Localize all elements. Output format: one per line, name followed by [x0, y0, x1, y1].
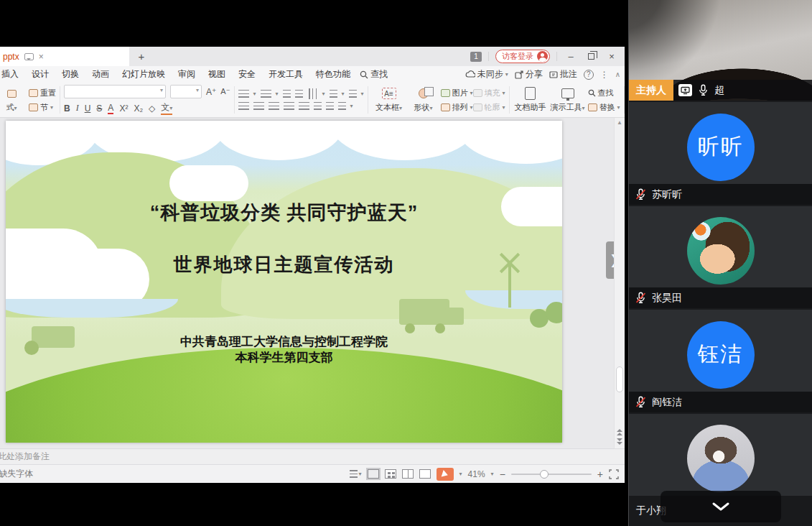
replace-button[interactable]: 替换▾ — [588, 102, 620, 113]
scrollbar-thumb[interactable] — [616, 366, 623, 392]
menu-devtools[interactable]: 开发工具 — [262, 68, 309, 80]
zoom-slider-knob[interactable] — [540, 470, 549, 479]
slide-canvas[interactable]: “科普垃圾分类 共同守护蓝天” 世界地球日主题宣传活动 中共青岛理工大学信息与控… — [0, 118, 625, 448]
superscript-button[interactable]: X² — [119, 103, 128, 114]
new-tab-button[interactable]: + — [129, 50, 154, 63]
previous-slide-icon[interactable] — [617, 429, 622, 432]
next-slide-icon[interactable] — [617, 438, 622, 441]
text-tool-button[interactable]: 文▾ — [161, 101, 172, 115]
shape-button[interactable]: 形状▾ — [406, 87, 441, 113]
next-slide-icon[interactable] — [617, 442, 622, 445]
more-menu-icon[interactable]: ⋮ — [600, 70, 609, 80]
phonetic-icon[interactable] — [349, 90, 357, 98]
slideshow-view-button[interactable] — [419, 469, 431, 479]
italic-button[interactable]: I — [76, 103, 79, 114]
slide-title-line2[interactable]: 世界地球日主题宣传活动 — [6, 252, 562, 277]
menu-features[interactable]: 特色功能 — [309, 68, 357, 80]
reset-button[interactable]: 重置 — [29, 88, 56, 98]
menu-design[interactable]: 设计 — [25, 68, 55, 80]
menu-transition[interactable]: 切换 — [55, 68, 85, 80]
collapse-ribbon-icon[interactable]: ∧ — [615, 70, 620, 78]
slide-nav-buttons[interactable] — [615, 428, 625, 446]
doc-assistant-button[interactable]: 文档助手 — [513, 87, 548, 113]
comment-bubble-icon[interactable] — [24, 53, 34, 60]
menu-insert[interactable]: 插入 — [0, 68, 25, 80]
notes-bar[interactable]: 此处添加备注 — [0, 448, 625, 464]
slide-org-text[interactable]: 中共青岛理工大学信息与控制工程学院 本科学生第四支部 — [6, 334, 562, 366]
restore-button[interactable] — [588, 53, 594, 60]
picture-button[interactable]: 图片▾ — [441, 88, 473, 98]
section-button[interactable]: 节▾ — [29, 102, 56, 113]
zoom-slider[interactable] — [511, 474, 592, 475]
clear-format-button[interactable]: ◇ — [149, 103, 155, 114]
layout-button[interactable]: 式▾ — [0, 87, 29, 113]
document-tab[interactable]: pptx × — [0, 47, 129, 66]
tab-close-icon[interactable]: × — [39, 52, 44, 61]
text-direction-icon[interactable] — [309, 88, 317, 99]
zoom-in-button[interactable]: + — [597, 469, 603, 480]
slide[interactable]: “科普垃圾分类 共同守护蓝天” 世界地球日主题宣传活动 中共青岛理工大学信息与控… — [6, 121, 562, 443]
font-name-select[interactable] — [64, 85, 166, 98]
notes-toggle-button[interactable]: ▾ — [350, 470, 362, 478]
numbering-icon[interactable] — [261, 90, 271, 98]
guest-login-button[interactable]: 访客登录 — [495, 50, 550, 63]
font-color-button[interactable]: A — [108, 103, 113, 114]
justify-icon[interactable] — [284, 102, 294, 110]
slide-title-line1[interactable]: “科普垃圾分类 共同守护蓝天” — [6, 200, 562, 226]
shrink-font-button[interactable]: A⁻ — [220, 87, 230, 96]
fit-to-window-icon[interactable] — [609, 469, 619, 479]
play-slideshow-button[interactable] — [437, 468, 454, 481]
participant-tile[interactable]: 于小翔 — [629, 414, 812, 526]
vertical-scrollbar[interactable]: ▲ — [614, 118, 625, 448]
font-size-select[interactable] — [170, 85, 202, 98]
menu-security[interactable]: 安全 — [232, 68, 262, 80]
underline-button[interactable]: U — [85, 103, 91, 114]
scroll-up-icon[interactable]: ▲ — [615, 119, 625, 126]
participant-tile[interactable]: 昕昕 苏昕昕 — [629, 102, 812, 206]
align-center-icon[interactable] — [253, 102, 264, 110]
zoom-options-icon[interactable]: ▾ — [491, 471, 494, 477]
menu-animation[interactable]: 动画 — [85, 68, 116, 80]
previous-slide-icon[interactable] — [617, 433, 622, 435]
share-button[interactable]: 分享 — [515, 68, 543, 80]
distribute-icon[interactable] — [299, 102, 309, 110]
list-settings-icon[interactable] — [338, 102, 346, 110]
menu-review[interactable]: 审阅 — [172, 68, 202, 80]
normal-view-button[interactable] — [368, 469, 379, 479]
bullets-icon[interactable] — [238, 90, 249, 98]
reading-view-button[interactable] — [402, 469, 414, 479]
present-tools-button[interactable]: 演示工具▾ — [548, 87, 588, 113]
close-button[interactable]: × — [605, 51, 619, 62]
bold-button[interactable]: B — [64, 103, 70, 114]
slide-sorter-button[interactable] — [385, 469, 396, 479]
grow-font-button[interactable]: A⁺ — [206, 87, 216, 97]
participant-tile[interactable]: 张昊田 — [629, 206, 812, 310]
arrange-button[interactable]: 排列▾ — [441, 102, 473, 113]
decrease-indent-icon[interactable] — [283, 90, 291, 98]
participant-tile-host[interactable]: 主持人 超 — [629, 0, 812, 102]
sync-status-button[interactable]: 未同步 ▾ — [465, 68, 508, 80]
ribbon-search[interactable]: 查找 — [360, 68, 388, 80]
strike-button[interactable]: S — [96, 103, 102, 114]
missing-font-status[interactable]: 缺失字体 — [0, 468, 33, 480]
increase-indent-icon[interactable] — [295, 90, 303, 98]
menu-slideshow[interactable]: 幻灯片放映 — [116, 68, 172, 80]
find-button[interactable]: 查找 — [588, 88, 620, 98]
minimize-button[interactable]: – — [564, 51, 578, 62]
notification-badge[interactable]: 1 — [470, 52, 482, 62]
collapse-panel-button[interactable] — [661, 491, 781, 522]
participant-tile[interactable]: 钰洁 阎钰洁 — [629, 310, 812, 414]
placeholder-icon[interactable] — [330, 90, 337, 98]
align-right-icon[interactable] — [269, 102, 279, 110]
subscript-button[interactable]: X₂ — [134, 103, 143, 114]
play-options-icon[interactable]: ▾ — [459, 471, 462, 477]
zoom-level[interactable]: 41% — [468, 469, 485, 479]
zoom-out-button[interactable]: − — [500, 469, 505, 480]
textbox-button[interactable]: A≡ 文本框▾ — [372, 87, 406, 113]
line-spacing-icon[interactable] — [314, 102, 322, 110]
align-left-icon[interactable] — [238, 102, 249, 110]
help-icon[interactable]: ? — [584, 70, 594, 80]
paragraph-spacing-icon[interactable] — [326, 102, 334, 110]
menu-view[interactable]: 视图 — [202, 68, 232, 80]
comment-button[interactable]: 批注 — [549, 68, 577, 80]
